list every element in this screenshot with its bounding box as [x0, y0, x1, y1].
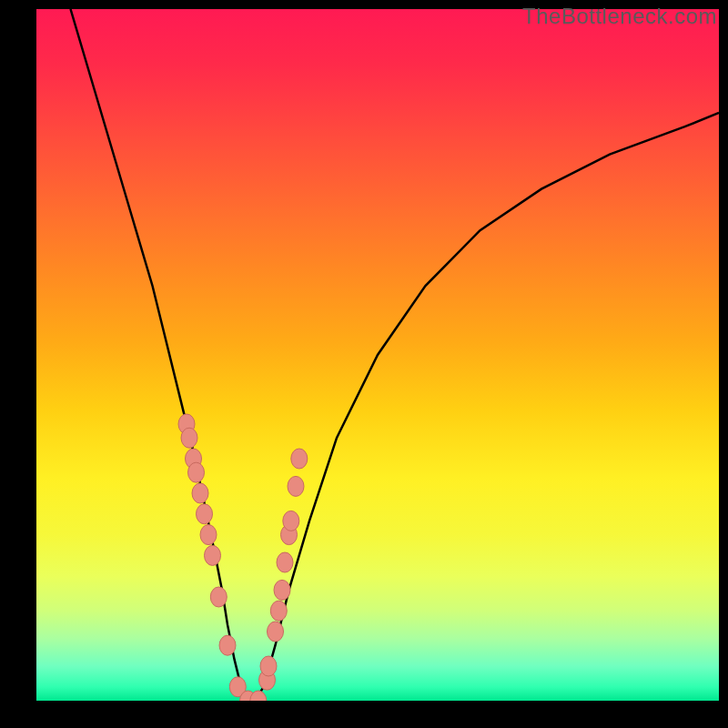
marker-point — [200, 525, 217, 545]
marker-point — [181, 428, 197, 448]
marker-point — [274, 580, 290, 600]
marker-point — [197, 504, 213, 524]
marker-point — [192, 483, 208, 503]
marker-point — [270, 601, 287, 621]
plot-area — [36, 9, 719, 701]
chart-frame: TheBottleneck.com — [0, 0, 728, 728]
marker-point — [277, 552, 293, 572]
marker-point — [205, 545, 221, 565]
watermark-text: TheBottleneck.com — [522, 4, 717, 29]
marker-point — [268, 622, 284, 642]
bottleneck-curve — [71, 9, 720, 701]
data-markers — [178, 414, 308, 701]
marker-point — [219, 635, 236, 655]
marker-point — [260, 656, 277, 676]
plot-svg — [36, 9, 719, 701]
marker-point — [291, 449, 308, 469]
marker-point — [188, 462, 205, 482]
marker-point — [283, 511, 299, 531]
marker-point — [288, 476, 304, 496]
marker-point — [210, 587, 227, 607]
